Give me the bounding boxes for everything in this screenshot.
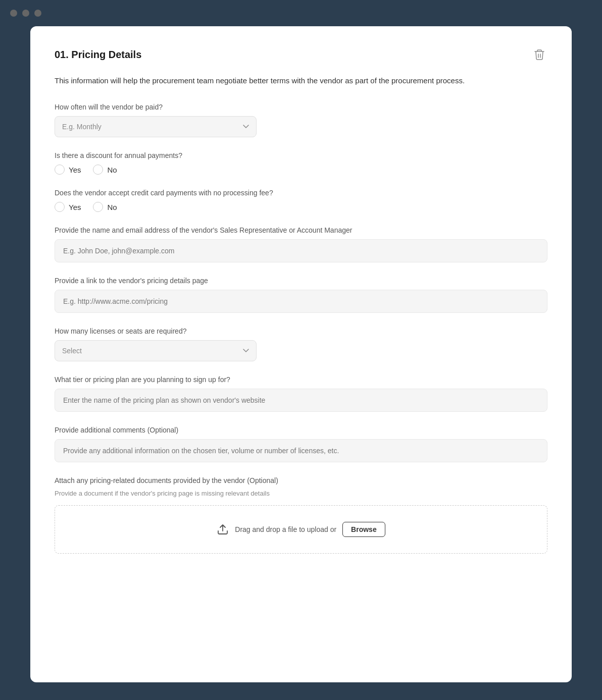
licenses-group: How many licenses or seats are required?… [55, 327, 547, 361]
main-content: 01. Pricing Details This information wil… [30, 26, 572, 682]
credit-card-group: Does the vendor accept credit card payme… [55, 189, 547, 212]
licenses-label: How many licenses or seats are required? [55, 327, 547, 335]
pricing-page-input[interactable] [55, 290, 547, 313]
section-title: 01. Pricing Details [55, 49, 141, 61]
window-dot-2 [22, 10, 29, 17]
annual-discount-group: Is there a discount for annual payments?… [55, 151, 547, 175]
attach-documents-label: Attach any pricing-related documents pro… [55, 476, 547, 484]
credit-card-yes-radio[interactable] [55, 202, 65, 212]
browse-button[interactable]: Browse [342, 522, 385, 537]
sales-rep-group: Provide the name and email address of th… [55, 226, 547, 262]
sales-rep-input[interactable] [55, 239, 547, 262]
annual-discount-no-label: No [107, 166, 117, 174]
credit-card-yes-label: Yes [69, 203, 81, 211]
annual-discount-no-radio[interactable] [93, 165, 103, 175]
delete-button[interactable] [531, 46, 547, 63]
section-description: This information will help the procureme… [55, 75, 547, 87]
pricing-plan-label: What tier or pricing plan are you planni… [55, 375, 547, 384]
window-chrome: 01. Pricing Details This information wil… [0, 0, 602, 700]
additional-comments-input[interactable] [55, 439, 547, 462]
attach-documents-subtitle: Provide a document if the vendor's prici… [55, 490, 547, 497]
pricing-page-label: Provide a link to the vendor's pricing d… [55, 277, 547, 285]
credit-card-no-radio[interactable] [93, 202, 103, 212]
payment-frequency-select[interactable]: E.g. Monthly Monthly Quarterly Annually … [55, 116, 257, 137]
upload-icon [217, 523, 229, 535]
annual-discount-radio-group: Yes No [55, 165, 547, 175]
licenses-select[interactable]: Select 1-10 11-50 51-100 101-500 500+ [55, 340, 257, 361]
window-dot-3 [34, 10, 41, 17]
annual-discount-yes-option[interactable]: Yes [55, 165, 81, 175]
annual-discount-no-option[interactable]: No [93, 165, 117, 175]
credit-card-radio-group: Yes No [55, 202, 547, 212]
window-dot-1 [10, 10, 17, 17]
additional-comments-group: Provide additional comments (Optional) [55, 426, 547, 462]
payment-frequency-group: How often will the vendor be paid? E.g. … [55, 103, 547, 137]
credit-card-no-option[interactable]: No [93, 202, 117, 212]
file-upload-area[interactable]: Drag and drop a file to upload or Browse [55, 505, 547, 554]
pricing-plan-group: What tier or pricing plan are you planni… [55, 375, 547, 412]
sales-rep-label: Provide the name and email address of th… [55, 226, 547, 234]
section-header: 01. Pricing Details [55, 46, 547, 63]
upload-text: Drag and drop a file to upload or [235, 525, 336, 533]
annual-discount-yes-radio[interactable] [55, 165, 65, 175]
attach-documents-group: Attach any pricing-related documents pro… [55, 476, 547, 554]
pricing-page-group: Provide a link to the vendor's pricing d… [55, 277, 547, 313]
annual-discount-label: Is there a discount for annual payments? [55, 151, 547, 159]
credit-card-label: Does the vendor accept credit card payme… [55, 189, 547, 197]
payment-frequency-label: How often will the vendor be paid? [55, 103, 547, 111]
pricing-plan-input[interactable] [55, 389, 547, 412]
annual-discount-yes-label: Yes [69, 166, 81, 174]
additional-comments-label: Provide additional comments (Optional) [55, 426, 547, 434]
credit-card-no-label: No [107, 203, 117, 211]
title-bar [0, 0, 602, 26]
credit-card-yes-option[interactable]: Yes [55, 202, 81, 212]
